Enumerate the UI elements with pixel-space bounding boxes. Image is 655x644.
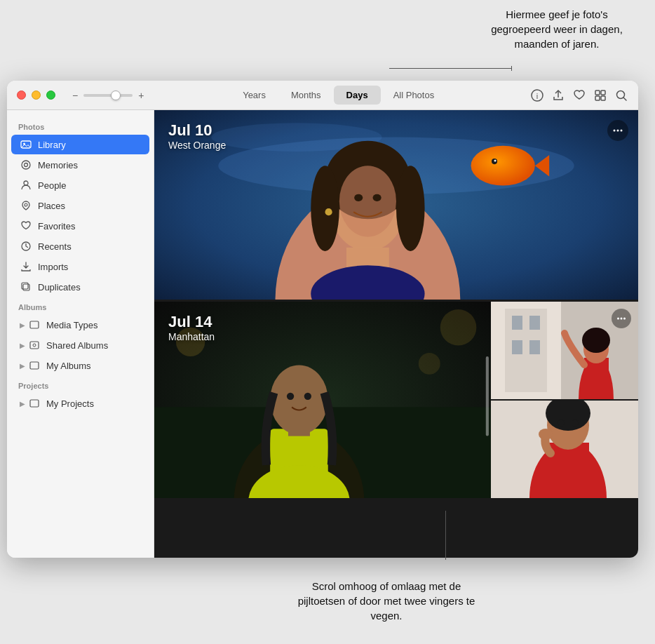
svg-rect-61 [529,316,540,330]
sidebar-item-imports[interactable]: Imports [11,257,149,276]
svg-point-22 [614,130,616,132]
sidebar-section-albums: Albums [7,297,154,314]
expand-my-projects-icon: ▶ [20,400,25,408]
zoom-in-button[interactable]: + [135,88,147,102]
sidebar-label-my-albums: My Albums [46,361,91,371]
zoom-controls: − + [69,88,147,102]
photo-area[interactable]: Jul 10 West Orange [154,110,638,558]
sidebar-label-duplicates: Duplicates [38,282,81,293]
annotation-top: Hiermee geef je foto's gegroepeerd weer … [480,7,634,51]
tab-bar: Years Months Days All Photos [147,86,530,105]
svg-point-80 [572,420,579,427]
svg-rect-4 [595,96,600,100]
svg-point-37 [339,166,396,236]
search-button[interactable] [614,88,628,102]
info-button[interactable]: i [530,88,544,102]
photo-main-1[interactable] [154,110,638,300]
svg-rect-18 [30,342,39,349]
sidebar-label-my-projects: My Projects [46,398,94,409]
sidebar-item-shared-albums[interactable]: ▶ Shared Albums [11,335,149,355]
svg-point-54 [440,309,477,346]
share-button[interactable] [551,88,565,102]
svg-rect-55 [486,356,489,436]
svg-point-10 [22,161,30,169]
annotation-bottom-text: Scrol omhoog of omlaag met de pijltoetse… [298,580,475,622]
svg-point-24 [621,130,623,132]
sidebar-label-recents: Recents [38,241,72,252]
tab-days[interactable]: Days [334,86,381,105]
svg-point-31 [494,160,497,162]
photo-group-location-2: Manhattan [168,331,215,342]
close-button[interactable] [17,90,26,100]
sidebar: Photos Library M [7,110,154,558]
sidebar-label-media-types: Media Types [46,320,97,330]
grid-button[interactable] [593,88,607,102]
sidebar-item-recents[interactable]: Recents [11,236,149,256]
memories-icon [20,159,32,171]
sidebar-label-people: People [38,180,66,191]
photo-group-location-1: West Orange [168,140,226,151]
annotation-bottom: Scrol omhoog of omlaag met de pijltoetse… [288,579,485,623]
minimize-button[interactable] [32,90,41,100]
sidebar-item-library[interactable]: Library [11,135,149,154]
zoom-out-button[interactable]: − [69,88,81,102]
svg-point-19 [33,344,36,347]
svg-point-36 [396,166,425,251]
tab-years[interactable]: Years [230,86,278,105]
sidebar-item-places[interactable]: Places [11,196,149,215]
svg-point-49 [270,365,328,434]
photo-side-bottom[interactable] [491,401,638,498]
svg-rect-21 [30,400,39,407]
people-icon [20,179,32,192]
svg-line-7 [623,98,626,100]
main-content: Photos Library M [7,110,638,558]
more-button-2[interactable] [612,309,631,328]
sidebar-label-memories: Memories [38,160,78,170]
photo-side [491,302,638,498]
tab-all-photos[interactable]: All Photos [381,86,447,105]
sidebar-label-places: Places [38,201,65,211]
maximize-button[interactable] [46,90,55,100]
svg-point-23 [617,130,619,132]
imports-icon [20,260,32,273]
svg-point-53 [419,353,440,375]
sidebar-item-my-projects[interactable]: ▶ My Projects [11,394,149,413]
svg-rect-60 [512,316,522,330]
svg-rect-2 [595,90,600,95]
svg-point-12 [24,181,28,185]
svg-point-70 [623,318,626,320]
svg-text:i: i [536,91,538,100]
sidebar-item-my-albums[interactable]: ▶ My Albums [11,356,149,375]
traffic-lights [7,90,55,100]
sidebar-label-shared-albums: Shared Albums [46,340,108,351]
sidebar-item-media-types[interactable]: ▶ Media Types [11,315,149,335]
sidebar-label-imports: Imports [38,262,68,272]
sidebar-item-people[interactable]: People [11,175,149,195]
svg-point-35 [311,166,339,251]
photo-group-2-layout [154,302,638,498]
svg-point-67 [582,328,610,353]
sidebar-item-memories[interactable]: Memories [11,155,149,175]
callout-line-top [389,68,512,69]
favorite-button[interactable] [572,88,586,102]
sidebar-label-library: Library [38,140,66,150]
svg-point-50 [287,393,294,400]
annotation-top-text: Hiermee geef je foto's gegroepeerd weer … [491,8,623,50]
expand-my-albums-icon: ▶ [20,362,25,370]
sidebar-item-favorites[interactable]: Favorites [11,216,149,236]
svg-point-68 [617,318,619,320]
photo-group-date-1: Jul 10 [168,121,226,140]
svg-point-51 [304,393,311,400]
shared-albums-icon [28,339,41,351]
zoom-slider[interactable] [83,94,133,97]
tab-months[interactable]: Months [278,86,334,105]
my-projects-icon [28,397,41,410]
svg-point-78 [539,429,553,440]
svg-rect-63 [529,340,540,354]
svg-rect-17 [30,321,39,328]
photo-group-1: Jul 10 West Orange [154,110,638,300]
more-button-1[interactable] [607,120,628,141]
sidebar-section-projects: Projects [7,376,154,393]
sidebar-item-duplicates[interactable]: Duplicates [11,277,149,297]
svg-point-69 [621,318,623,320]
